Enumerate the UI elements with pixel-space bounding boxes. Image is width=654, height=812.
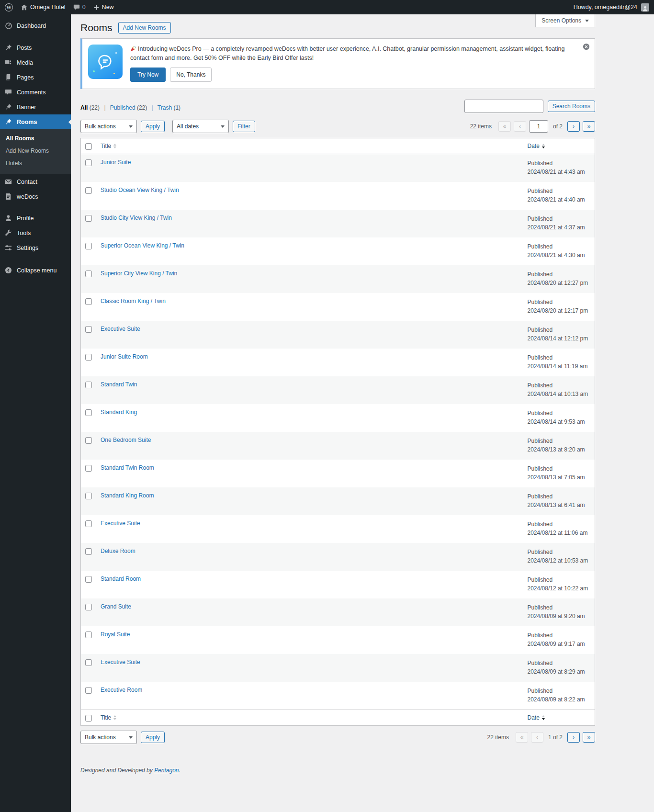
submenu-item-all-rooms[interactable]: All Rooms bbox=[0, 132, 71, 145]
room-title-link[interactable]: Studio Ocean View King / Twin bbox=[101, 187, 179, 193]
sidebar-item-contact[interactable]: Contact bbox=[0, 174, 71, 189]
apply-button-bottom[interactable]: Apply bbox=[141, 732, 165, 743]
bulk-actions-select-bottom[interactable]: Bulk actions bbox=[80, 731, 137, 744]
row-checkbox[interactable] bbox=[85, 298, 92, 305]
table-row: Studio Ocean View King / Twin Published … bbox=[81, 182, 595, 210]
bulk-actions-select-wrap: Bulk actions bbox=[80, 731, 137, 744]
add-new-rooms-button[interactable]: Add New Rooms bbox=[118, 22, 171, 34]
room-title-link[interactable]: Standard Room bbox=[101, 575, 141, 582]
row-checkbox[interactable] bbox=[85, 632, 92, 638]
column-footer-date[interactable]: Date bbox=[523, 710, 595, 726]
current-page-input[interactable] bbox=[529, 120, 548, 133]
comments-bubble-icon bbox=[73, 4, 80, 11]
room-title-link[interactable]: Superior Ocean View King / Twin bbox=[101, 242, 184, 249]
last-page-button[interactable]: » bbox=[583, 121, 595, 132]
sidebar-item-label: Settings bbox=[17, 245, 38, 251]
filter-all-link[interactable]: All bbox=[80, 104, 88, 111]
room-title-link[interactable]: Grand Suite bbox=[101, 603, 131, 610]
dismiss-circle-x-icon[interactable] bbox=[583, 43, 590, 50]
filter-button[interactable]: Filter bbox=[233, 121, 255, 132]
sidebar-item-tools[interactable]: Tools bbox=[0, 226, 71, 240]
pentagon-link[interactable]: Pentagon bbox=[154, 767, 179, 774]
search-input[interactable] bbox=[464, 100, 543, 113]
next-page-button[interactable]: › bbox=[567, 732, 580, 743]
sidebar-item-pages[interactable]: Pages bbox=[0, 70, 71, 85]
room-title-link[interactable]: Junior Suite Room bbox=[101, 353, 148, 360]
room-title-link[interactable]: Standard Twin bbox=[101, 381, 137, 388]
room-title-link[interactable]: Deluxe Room bbox=[101, 548, 135, 554]
room-title-link[interactable]: Executive Suite bbox=[101, 659, 140, 665]
room-title-link[interactable]: One Bedroom Suite bbox=[101, 437, 151, 443]
row-status: Published bbox=[528, 493, 553, 500]
wedocs-pro-notice: Introducing weDocs Pro — a completely re… bbox=[80, 38, 595, 89]
room-title-link[interactable]: Superior City View King / Twin bbox=[101, 270, 177, 277]
room-title-link[interactable]: Junior Suite bbox=[101, 159, 131, 166]
last-page-button[interactable]: » bbox=[583, 732, 595, 743]
room-title-link[interactable]: Standard King Room bbox=[101, 492, 154, 499]
row-checkbox[interactable] bbox=[85, 354, 92, 361]
sidebar-item-dashboard[interactable]: Dashboard bbox=[0, 18, 71, 34]
filter-trash-link[interactable]: Trash bbox=[158, 104, 172, 111]
submenu-item-hotels[interactable]: Hotels bbox=[0, 157, 71, 169]
column-header-date[interactable]: Date bbox=[523, 138, 595, 154]
row-checkbox[interactable] bbox=[85, 215, 92, 222]
sidebar-item-posts[interactable]: Posts bbox=[0, 40, 71, 55]
room-title-link[interactable]: Studio City View King / Twin bbox=[101, 214, 172, 221]
row-checkbox[interactable] bbox=[85, 243, 92, 249]
column-header-title[interactable]: Title bbox=[96, 138, 523, 154]
sidebar-item-media[interactable]: Media bbox=[0, 55, 71, 70]
admin-bar: W Omega Hotel 0 New Howdy, omegaeditr@24 bbox=[0, 0, 654, 14]
column-footer-title[interactable]: Title bbox=[96, 710, 523, 726]
submenu-item-add-new-rooms[interactable]: Add New Rooms bbox=[0, 145, 71, 157]
sidebar-item-wedocs[interactable]: weDocs bbox=[0, 189, 71, 204]
select-all-checkbox[interactable] bbox=[85, 715, 92, 722]
room-title-link[interactable]: Standard Twin Room bbox=[101, 464, 154, 471]
adminbar-site-link[interactable]: Omega Hotel bbox=[21, 4, 66, 11]
apply-button[interactable]: Apply bbox=[141, 121, 165, 132]
search-rooms-button[interactable]: Search Rooms bbox=[548, 101, 595, 112]
adminbar-new-button[interactable]: New bbox=[93, 4, 114, 11]
room-title-link[interactable]: Standard King bbox=[101, 409, 137, 416]
row-checkbox[interactable] bbox=[85, 409, 92, 416]
select-all-checkbox[interactable] bbox=[85, 143, 92, 150]
no-thanks-button[interactable]: No, Thanks bbox=[170, 68, 212, 82]
row-checkbox[interactable] bbox=[85, 604, 92, 610]
admin-sidebar: Dashboard Posts Media Pages Comments bbox=[0, 14, 71, 812]
sidebar-item-rooms[interactable]: Rooms bbox=[0, 114, 71, 129]
avatar[interactable] bbox=[641, 3, 649, 11]
room-title-link[interactable]: Executive Suite bbox=[101, 520, 140, 527]
row-checkbox[interactable] bbox=[85, 187, 92, 194]
row-checkbox[interactable] bbox=[85, 437, 92, 444]
row-checkbox[interactable] bbox=[85, 493, 92, 499]
room-title-link[interactable]: Royal Suite bbox=[101, 631, 130, 638]
sort-icons bbox=[113, 714, 116, 722]
row-checkbox[interactable] bbox=[85, 159, 92, 166]
row-checkbox[interactable] bbox=[85, 548, 92, 555]
try-now-button[interactable]: Try Now bbox=[130, 68, 166, 82]
room-title-link[interactable]: Classic Room King / Twin bbox=[101, 298, 166, 304]
screen-options-button[interactable]: Screen Options bbox=[535, 14, 595, 27]
row-checkbox[interactable] bbox=[85, 382, 92, 388]
next-page-button[interactable]: › bbox=[567, 121, 580, 132]
wordpress-logo-icon[interactable]: W bbox=[5, 3, 13, 11]
adminbar-comments[interactable]: 0 bbox=[73, 4, 86, 11]
sidebar-item-banner[interactable]: Banner bbox=[0, 100, 71, 114]
row-status: Published bbox=[528, 632, 553, 639]
room-title-link[interactable]: Executive Suite bbox=[101, 326, 140, 332]
row-checkbox[interactable] bbox=[85, 520, 92, 527]
filter-published-link[interactable]: Published bbox=[110, 104, 135, 111]
row-checkbox[interactable] bbox=[85, 465, 92, 472]
bulk-actions-select[interactable]: Bulk actions bbox=[80, 120, 137, 133]
row-checkbox[interactable] bbox=[85, 687, 92, 694]
collapse-menu-button[interactable]: Collapse menu bbox=[0, 263, 71, 278]
sidebar-item-profile[interactable]: Profile bbox=[0, 211, 71, 226]
row-checkbox[interactable] bbox=[85, 326, 92, 333]
row-checkbox[interactable] bbox=[85, 576, 92, 583]
dates-filter-select[interactable]: All dates bbox=[172, 120, 229, 133]
room-title-link[interactable]: Executive Room bbox=[101, 687, 142, 693]
row-checkbox[interactable] bbox=[85, 659, 92, 666]
sidebar-item-settings[interactable]: Settings bbox=[0, 240, 71, 255]
row-checkbox[interactable] bbox=[85, 271, 92, 277]
adminbar-howdy[interactable]: Howdy, omegaeditr@24 bbox=[574, 4, 637, 11]
sidebar-item-comments[interactable]: Comments bbox=[0, 85, 71, 100]
